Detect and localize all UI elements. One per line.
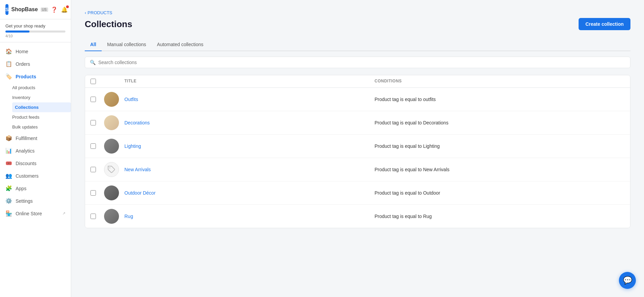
sidebar-item-customers-label: Customers <box>16 173 39 179</box>
row-checkbox-lighting[interactable] <box>90 143 104 149</box>
sidebar-item-fulfillment-label: Fulfillment <box>16 136 37 141</box>
sidebar-item-collections[interactable]: Collections <box>12 102 71 112</box>
sidebar-item-settings[interactable]: ⚙️ Settings <box>0 195 71 207</box>
row-title-outfits: Outfits <box>124 96 375 102</box>
main-content: ‹ PRODUCTS Collections Create collection… <box>71 0 644 297</box>
collection-image-outfits <box>104 92 119 107</box>
table-header: TITLE CONDITIONS <box>85 75 630 88</box>
sidebar-item-products[interactable]: 🏷️ Products <box>0 70 71 83</box>
chat-bubble[interactable]: 💬 <box>619 272 636 289</box>
table-row: Lighting Product tag is equal to Lightin… <box>85 135 630 158</box>
checkbox-rug[interactable] <box>90 214 96 219</box>
home-icon: 🏠 <box>5 48 12 55</box>
progress-text: 4/10 <box>5 34 65 38</box>
table-row: New Arrivals Product tag is equal to New… <box>85 158 630 181</box>
sidebar-logo-area: S ShopBase US ❓ 🔔 <box>0 0 71 19</box>
sidebar: S ShopBase US ❓ 🔔 Get your shop ready 4/… <box>0 0 71 297</box>
row-checkbox-outfits[interactable] <box>90 97 104 102</box>
products-icon: 🏷️ <box>5 73 12 80</box>
table-row: Outfits Product tag is equal to outfits <box>85 88 630 111</box>
online-store-icon: 🏪 <box>5 210 12 217</box>
search-bar: 🔍 <box>85 57 630 68</box>
progress-bar-bg <box>5 31 65 33</box>
sidebar-item-online-store[interactable]: 🏪 Online Store ↗ <box>0 207 71 220</box>
row-title-lighting: Lighting <box>124 143 375 149</box>
sidebar-item-inventory[interactable]: Inventory <box>12 93 71 102</box>
row-title-new-arrivals: New Arrivals <box>124 166 375 173</box>
select-all-checkbox-cell[interactable] <box>90 79 104 84</box>
select-all-checkbox[interactable] <box>90 79 96 84</box>
collection-link-new-arrivals[interactable]: New Arrivals <box>124 167 151 172</box>
tag-icon <box>107 165 116 174</box>
sidebar-nav: 🏠 Home 📋 Orders 🏷️ Products All products… <box>0 42 71 297</box>
collection-link-decorations[interactable]: Decorations <box>124 120 150 125</box>
sidebar-item-home-label: Home <box>16 49 28 54</box>
sidebar-item-orders[interactable]: 📋 Orders <box>0 58 71 70</box>
header-image <box>104 79 124 84</box>
logo-icon: S <box>5 4 8 15</box>
shop-ready-section: Get your shop ready 4/10 <box>0 19 71 42</box>
checkbox-lighting[interactable] <box>90 143 96 149</box>
settings-icon: ⚙️ <box>5 198 12 204</box>
sidebar-item-fulfillment[interactable]: 📦 Fulfillment <box>0 132 71 144</box>
row-checkbox-decorations[interactable] <box>90 120 104 125</box>
header-title: TITLE <box>124 79 375 84</box>
sidebar-item-analytics-label: Analytics <box>16 148 35 154</box>
row-checkbox-rug[interactable] <box>90 214 104 219</box>
logo-badge: US <box>41 7 48 12</box>
breadcrumb[interactable]: ‹ PRODUCTS <box>85 10 630 15</box>
collection-link-outdoor[interactable]: Outdoor Décor <box>124 190 156 196</box>
breadcrumb-label: PRODUCTS <box>87 10 112 15</box>
row-checkbox-new-arrivals[interactable] <box>90 167 104 172</box>
search-input[interactable] <box>98 60 625 65</box>
tab-all[interactable]: All <box>85 38 102 51</box>
svg-point-0 <box>109 167 110 169</box>
sidebar-item-settings-label: Settings <box>16 198 33 204</box>
orders-icon: 📋 <box>5 61 12 67</box>
fulfillment-icon: 📦 <box>5 135 12 141</box>
checkbox-new-arrivals[interactable] <box>90 167 96 172</box>
external-link-icon: ↗ <box>62 211 65 216</box>
progress-bar-fill <box>5 31 29 33</box>
sidebar-item-home[interactable]: 🏠 Home <box>0 45 71 58</box>
row-conditions-decorations: Product tag is equal to Decorations <box>375 120 625 125</box>
collection-link-rug[interactable]: Rug <box>124 214 133 219</box>
collection-image-outdoor <box>104 185 119 200</box>
sidebar-item-bulk-updates[interactable]: Bulk updates <box>12 122 71 132</box>
create-collection-button[interactable]: Create collection <box>579 18 630 30</box>
discounts-icon: 🎟️ <box>5 160 12 166</box>
collection-link-lighting[interactable]: Lighting <box>124 143 141 149</box>
checkbox-decorations[interactable] <box>90 120 96 125</box>
notification-dot <box>66 5 69 8</box>
row-checkbox-outdoor[interactable] <box>90 190 104 196</box>
table-row: Rug Product tag is equal to Rug <box>85 205 630 228</box>
collection-image-lighting <box>104 139 119 154</box>
header-conditions: CONDITIONS <box>375 79 625 84</box>
row-conditions-lighting: Product tag is equal to Lighting <box>375 143 625 149</box>
sidebar-header-icons: ❓ 🔔 <box>51 6 68 13</box>
sidebar-item-analytics[interactable]: 📊 Analytics <box>0 144 71 157</box>
row-title-decorations: Decorations <box>124 120 375 126</box>
tab-automated-collections[interactable]: Automated collections <box>152 38 209 51</box>
products-submenu: All products Inventory Collections Produ… <box>0 83 71 132</box>
sidebar-item-customers[interactable]: 👥 Customers <box>0 170 71 182</box>
sidebar-item-product-feeds[interactable]: Product feeds <box>12 112 71 122</box>
sidebar-item-all-products[interactable]: All products <box>12 83 71 93</box>
table-row: Outdoor Décor Product tag is equal to Ou… <box>85 181 630 205</box>
page-header: Collections Create collection <box>85 18 630 30</box>
sidebar-item-orders-label: Orders <box>16 61 30 67</box>
sidebar-item-discounts-label: Discounts <box>16 161 36 166</box>
tab-manual-collections[interactable]: Manual collections <box>102 38 152 51</box>
checkbox-outfits[interactable] <box>90 97 96 102</box>
table-row: Decorations Product tag is equal to Deco… <box>85 111 630 135</box>
notification-icon[interactable]: 🔔 <box>61 6 68 13</box>
help-icon[interactable]: ❓ <box>51 6 58 13</box>
row-title-rug: Rug <box>124 213 375 219</box>
chat-icon: 💬 <box>623 276 632 285</box>
collection-image-new-arrivals <box>104 162 119 177</box>
analytics-icon: 📊 <box>5 147 12 154</box>
sidebar-item-discounts[interactable]: 🎟️ Discounts <box>0 157 71 170</box>
checkbox-outdoor[interactable] <box>90 190 96 196</box>
sidebar-item-apps[interactable]: 🧩 Apps <box>0 182 71 195</box>
collection-link-outfits[interactable]: Outfits <box>124 97 138 102</box>
